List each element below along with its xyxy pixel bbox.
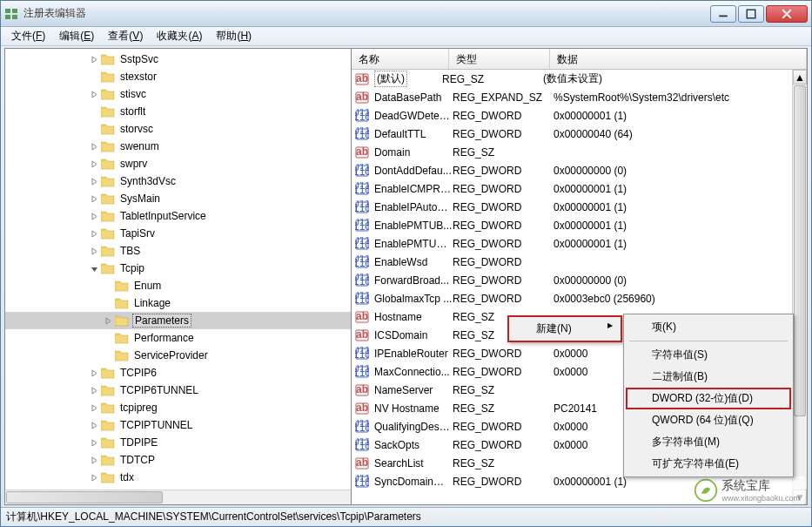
- tree-item[interactable]: TCPIP6TUNNEL: [5, 382, 351, 399]
- expander-icon[interactable]: [103, 315, 113, 326]
- col-name[interactable]: 名称: [352, 49, 449, 69]
- submenu-item[interactable]: QWORD (64 位)值(Q): [626, 409, 791, 431]
- tree-item[interactable]: Synth3dVsc: [5, 172, 351, 190]
- expander-icon[interactable]: [89, 228, 99, 239]
- value-row[interactable]: 011110EnablePMTUB...REG_DWORD0x00000001 …: [352, 216, 807, 234]
- expander-icon[interactable]: [89, 385, 99, 395]
- tree-item[interactable]: TapiSrv: [5, 225, 351, 242]
- tree-item[interactable]: stexstor: [5, 68, 351, 85]
- tree-item[interactable]: Parameters: [5, 312, 351, 329]
- col-data[interactable]: 数据: [550, 49, 807, 69]
- expander-icon[interactable]: [89, 141, 99, 152]
- menu-h[interactable]: 帮助(H): [209, 27, 258, 45]
- tree-item[interactable]: TDPIPE: [5, 434, 351, 451]
- value-row[interactable]: ab(默认)REG_SZ(数值未设置): [352, 70, 807, 88]
- expander-icon[interactable]: [89, 159, 99, 169]
- value-type: REG_EXPAND_SZ: [453, 91, 554, 104]
- expander-icon[interactable]: [103, 350, 113, 361]
- expander-icon[interactable]: [89, 368, 99, 378]
- tree-item[interactable]: TCPIP6: [5, 364, 351, 382]
- titlebar[interactable]: 注册表编辑器: [1, 1, 811, 27]
- expander-icon[interactable]: [89, 71, 99, 82]
- tree-item[interactable]: tdx: [5, 469, 351, 486]
- submenu-item[interactable]: DWORD (32-位)值(D): [626, 388, 791, 409]
- expander-icon[interactable]: [89, 263, 99, 274]
- dword-icon: 011110: [355, 438, 369, 452]
- svg-text:110: 110: [355, 129, 369, 141]
- tree-pane[interactable]: SstpSvcstexstorstisvcstorfltstorvscswenu…: [5, 49, 352, 504]
- tree-label: TabletInputService: [118, 210, 208, 222]
- expander-icon[interactable]: [103, 298, 113, 308]
- submenu-item[interactable]: 多字符串值(M): [626, 431, 791, 453]
- submenu-item[interactable]: 可扩充字符串值(E): [626, 453, 791, 475]
- expander-icon[interactable]: [89, 89, 99, 99]
- value-row[interactable]: 011110DontAddDefau...REG_DWORD0x00000000…: [352, 161, 807, 179]
- svg-rect-5: [747, 10, 755, 18]
- folder-icon: [115, 297, 129, 309]
- submenu-item[interactable]: 二进制值(B): [626, 366, 791, 388]
- tree-item[interactable]: storflt: [5, 103, 351, 120]
- tree-item[interactable]: swprv: [5, 155, 351, 172]
- value-row[interactable]: 011110EnablePMTUDi...REG_DWORD0x00000001…: [352, 234, 807, 253]
- svg-text:ab: ab: [356, 383, 368, 395]
- expander-icon[interactable]: [89, 246, 99, 256]
- list-header[interactable]: 名称 类型 数据: [352, 49, 807, 70]
- minimize-button[interactable]: [710, 5, 736, 23]
- value-row[interactable]: abDomainREG_SZ: [352, 143, 807, 161]
- tree-item[interactable]: SstpSvc: [5, 51, 351, 68]
- value-row[interactable]: 011110GlobalmaxTcp ...REG_DWORD0x0003ebc…: [352, 289, 807, 307]
- tree-item[interactable]: tcpipreg: [5, 399, 351, 416]
- menu-f[interactable]: 文件(F): [4, 27, 52, 45]
- menu-a[interactable]: 收藏夹(A): [150, 27, 209, 45]
- expander-icon[interactable]: [89, 176, 99, 186]
- value-row[interactable]: 011110ForwardBroad...REG_DWORD0x00000000…: [352, 271, 807, 289]
- menu-e[interactable]: 编辑(E): [52, 27, 101, 45]
- tree-item[interactable]: Enum: [5, 277, 351, 294]
- close-button[interactable]: [766, 5, 808, 23]
- tree-item[interactable]: TDTCP: [5, 451, 351, 469]
- expander-icon[interactable]: [89, 124, 99, 134]
- menu-new[interactable]: 新建(N): [510, 318, 620, 340]
- expander-icon[interactable]: [103, 333, 113, 343]
- expander-icon[interactable]: [89, 437, 99, 448]
- tree-item[interactable]: swenum: [5, 138, 351, 155]
- expander-icon[interactable]: [89, 455, 99, 465]
- context-submenu-new[interactable]: 项(K)字符串值(S)二进制值(B)DWORD (32-位)值(D)QWORD …: [623, 314, 794, 477]
- tree-item[interactable]: Performance: [5, 329, 351, 347]
- tree-h-scrollbar[interactable]: [5, 490, 351, 504]
- submenu-item[interactable]: 字符串值(S): [626, 344, 791, 366]
- expander-icon[interactable]: [89, 402, 99, 413]
- list-v-scrollbar[interactable]: ▲ ▼: [792, 70, 807, 504]
- value-row[interactable]: 011110EnableWsdREG_DWORD: [352, 253, 807, 271]
- tree-item[interactable]: TBS: [5, 242, 351, 260]
- tree-item[interactable]: Linkage: [5, 294, 351, 312]
- maximize-button[interactable]: [738, 5, 764, 23]
- menu-v[interactable]: 查看(V): [101, 27, 150, 45]
- tree-item[interactable]: TCPIPTUNNEL: [5, 416, 351, 434]
- tree-item[interactable]: stisvc: [5, 85, 351, 103]
- folder-icon: [101, 245, 115, 257]
- expander-icon[interactable]: [103, 280, 113, 291]
- tree-item[interactable]: TabletInputService: [5, 207, 351, 225]
- col-type[interactable]: 类型: [449, 49, 550, 69]
- tree-item[interactable]: storvsc: [5, 120, 351, 138]
- tree-item[interactable]: ServiceProvider: [5, 347, 351, 364]
- tree-item[interactable]: Tcpip: [5, 260, 351, 277]
- folder-icon: [115, 332, 129, 344]
- context-menu-new[interactable]: 新建(N): [507, 315, 622, 342]
- value-row[interactable]: 011110EnableIPAutoC...REG_DWORD0x0000000…: [352, 198, 807, 216]
- expander-icon[interactable]: [89, 472, 99, 483]
- tree-item[interactable]: SysMain: [5, 190, 351, 207]
- value-row[interactable]: 011110DeadGWDetec...REG_DWORD0x00000001 …: [352, 106, 807, 125]
- expander-icon[interactable]: [89, 420, 99, 430]
- submenu-item[interactable]: 项(K): [626, 316, 791, 338]
- expander-icon[interactable]: [89, 211, 99, 221]
- scroll-up-icon[interactable]: ▲: [793, 70, 807, 84]
- value-row[interactable]: 011110EnableICMPRe...REG_DWORD0x00000001…: [352, 179, 807, 198]
- folder-icon: [101, 193, 115, 205]
- expander-icon[interactable]: [89, 193, 99, 204]
- value-row[interactable]: abDataBasePathREG_EXPAND_SZ%SystemRoot%\…: [352, 88, 807, 106]
- expander-icon[interactable]: [89, 106, 99, 117]
- expander-icon[interactable]: [89, 54, 99, 64]
- value-row[interactable]: 011110DefaultTTLREG_DWORD0x00000040 (64): [352, 125, 807, 143]
